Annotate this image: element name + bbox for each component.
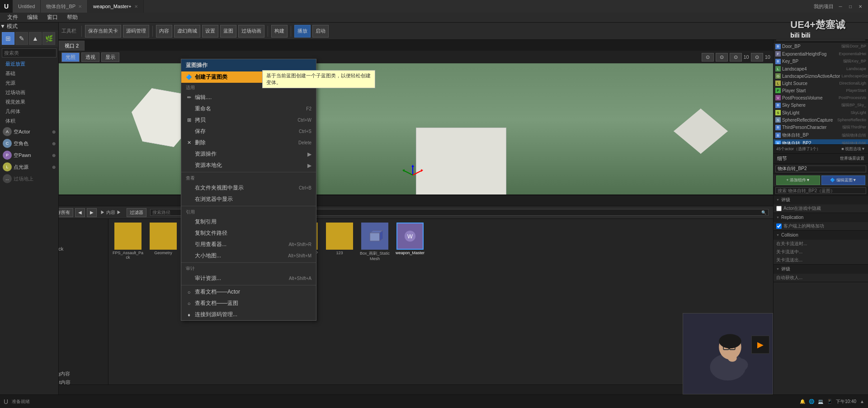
selected-name-input[interactable] — [775, 166, 866, 172]
content-btn[interactable]: 内容 — [156, 25, 172, 38]
ctx-edit[interactable]: ✏ 编辑.... — [181, 92, 316, 103]
tab-weapon-master[interactable]: weapon_Master+ ✕ — [88, 0, 144, 13]
ctx-show-in-folder[interactable]: 在文件夹视图中显示 Ctrl+B — [181, 182, 316, 194]
world-settings-btn[interactable]: 世界场景设置 — [840, 156, 864, 161]
ctx-view-doc-bp[interactable]: ○ 查看文档——蓝图 — [181, 298, 316, 309]
tab-close-1[interactable]: ✕ — [78, 4, 82, 9]
rating-section-header[interactable]: 评级 — [774, 195, 868, 204]
outliner-sphere-reflect[interactable]: S SphereReflectionCapture SphereReflecti… — [774, 116, 868, 123]
outliner-wutizizhuan-bp2[interactable]: B 物体自转_BP2 编辑物体自转 — [774, 139, 868, 144]
nav-back-btn[interactable]: ◀ — [75, 208, 85, 217]
actor-pawn[interactable]: P 空Pawn ⊕ — [0, 149, 58, 161]
menu-file[interactable]: 文件 — [4, 13, 22, 22]
minimize-button[interactable]: ─ — [837, 3, 844, 9]
mode-foliage[interactable]: 🌿 — [42, 32, 55, 45]
ctx-size-map[interactable]: 大小地图... Alt+Shift+M — [181, 250, 316, 261]
ctx-view-doc-actor[interactable]: ○ 查看文档——Actor — [181, 286, 316, 298]
mode-header[interactable]: ▼ 模式 — [0, 23, 58, 30]
category-basic[interactable]: 基础 — [0, 69, 58, 78]
category-cinematic[interactable]: 过场动画 — [0, 88, 58, 97]
ctx-save[interactable]: 保存 Ctrl+S — [181, 126, 316, 137]
marketplace-btn[interactable]: 虚幻商城 — [174, 25, 200, 38]
ctx-copy-ref[interactable]: 复制引用 — [181, 216, 316, 228]
filter-btn[interactable]: 过滤器 — [127, 208, 146, 217]
blueprint-btn[interactable]: 蓝图 — [220, 25, 236, 38]
settings-btn[interactable]: 设置 — [202, 25, 218, 38]
vp-snap[interactable]: ⊙ — [730, 53, 742, 62]
corner-play-icon[interactable]: ▶ — [751, 336, 769, 354]
rating2-section-header[interactable]: 评级 — [774, 265, 868, 274]
tab-close-2[interactable]: ✕ — [134, 4, 138, 9]
play-btn[interactable]: 播放 — [294, 25, 311, 38]
save-current-btn[interactable]: 保存当前关卡 — [85, 25, 121, 38]
outliner-view-opts[interactable]: ■ 视图选项▼ — [841, 146, 865, 152]
category-lights[interactable]: 光源 — [0, 78, 58, 88]
category-visual[interactable]: 视觉效果 — [0, 97, 58, 107]
menu-help[interactable]: 帮助 — [63, 13, 81, 22]
asset-fps[interactable]: FPS_Assault_Pack — [112, 223, 144, 261]
category-volume[interactable]: 体积 — [0, 116, 58, 126]
ctx-rename[interactable]: 重命名 F2 — [181, 103, 316, 114]
outliner-landscape4[interactable]: L Landscape4 Landscape — [774, 65, 868, 72]
outliner-door-bp[interactable]: B Door_BP 编辑Door_BP — [774, 43, 868, 50]
ctx-copy-path[interactable]: 复制文件路径 — [181, 228, 316, 239]
create-child-blueprint-item[interactable]: 🔷 创建子蓝图类 — [181, 71, 316, 83]
outliner-sky-sphere[interactable]: B Sky Sphere 编辑BP_Sky_ — [774, 101, 868, 109]
launch-btn[interactable]: 启动 — [312, 25, 329, 38]
actor-search-input[interactable] — [4, 50, 59, 56]
outliner-fog[interactable]: F ExponentialHeightFog ExponentialHei — [774, 50, 868, 57]
nav-fwd-btn[interactable]: ▶ — [87, 208, 97, 217]
add-component-btn[interactable]: + 添加组件▼ — [776, 176, 820, 185]
vp-settings1[interactable]: ⊙ — [702, 53, 714, 62]
vp-perspective-btn[interactable]: 透视 — [81, 52, 99, 62]
actor-character[interactable]: C 空角色 ⊕ — [0, 138, 58, 149]
asset-box-mesh[interactable]: Box_画刷_Static Mesh — [359, 223, 391, 261]
outliner-thirdperson-char[interactable]: B ThirdPersonCharacter 编辑ThirdPer — [774, 123, 868, 131]
ctx-localize[interactable]: 资源本地化 ▶ — [181, 160, 316, 171]
mode-paint[interactable]: ✎ — [15, 32, 28, 45]
mode-landscape[interactable]: ▲ — [29, 32, 42, 45]
asset-weapon-master[interactable]: W weapon_Master — [394, 223, 426, 261]
menu-window[interactable]: 窗口 — [43, 13, 61, 22]
actor-light[interactable]: L 点光源 ⊕ — [0, 161, 58, 173]
collision-section-header[interactable]: Collision — [774, 231, 868, 240]
ctx-asset-ops[interactable]: 资源操作 ▶ — [181, 148, 316, 160]
build-btn[interactable]: 构建 — [271, 25, 288, 38]
outliner-skylight[interactable]: S SkyLight SkyLight — [774, 109, 868, 116]
edit-bp-btn[interactable]: 🔷 编辑蓝图▼ — [821, 176, 865, 185]
tab-wutizizhuan[interactable]: 物体自转_BP ✕ — [41, 0, 88, 13]
mode-placement[interactable]: ⊞ — [2, 32, 14, 45]
close-button[interactable]: ✕ — [857, 3, 863, 9]
actor-empty[interactable]: A 空Actor ⊕ — [0, 126, 58, 138]
source-mgmt-btn[interactable]: 源码管理 — [123, 25, 149, 38]
replication-section-header[interactable]: Replication — [774, 213, 868, 222]
ctx-delete[interactable]: ✕ 删除 Delete — [181, 137, 316, 148]
menu-edit[interactable]: 编辑 — [24, 13, 42, 22]
outliner-landscape-gizmo[interactable]: G LandscapeGizmoActiveActor LandscapeGiz… — [774, 72, 868, 80]
details-search-input[interactable] — [775, 187, 866, 194]
cinematic-btn[interactable]: 过场动画 — [238, 25, 264, 38]
ctx-audit[interactable]: 审计资源... Alt+Shift+A — [181, 273, 316, 284]
outliner-key-bp[interactable]: B Key_BP 编辑Key_BP — [774, 57, 868, 65]
category-recent[interactable]: 最近放置 — [0, 59, 58, 69]
maximize-button[interactable]: □ — [847, 3, 854, 9]
ctx-show-browser[interactable]: 在浏览器中显示 — [181, 194, 316, 205]
vp-show-btn[interactable]: 显示 — [101, 52, 119, 62]
outliner-wutizizhuan-bp[interactable]: B 物体自转_BP 编辑物体自转 — [774, 131, 868, 139]
vp-lighting-btn[interactable]: 光照 — [61, 52, 80, 62]
viewport-tab-2[interactable]: 视口 2 — [59, 41, 85, 51]
actor-hidden-checkbox[interactable] — [776, 206, 782, 211]
outliner-light-source[interactable]: L Light Source DirectionalLigh — [774, 80, 868, 87]
vp-settings2[interactable]: ⊙ — [716, 53, 728, 62]
outliner-player-start[interactable]: P Player Start PlayerStart — [774, 87, 868, 94]
outliner-ppv[interactable]: V PostProcessVolume PostProcessVo — [774, 94, 868, 101]
category-geometry[interactable]: 几何体 — [0, 107, 58, 116]
asset-geometry[interactable]: Geometry — [147, 223, 179, 261]
vp-fov-btn[interactable]: ⊙ — [751, 53, 763, 62]
ctx-source-control[interactable]: ♦ 连接到源码管理... — [181, 309, 316, 320]
tab-untitled[interactable]: Untitled — [13, 0, 41, 13]
actor-more[interactable]: ... 过场地上 — [0, 173, 58, 185]
asset-123[interactable]: 123 — [324, 223, 355, 261]
ctx-ref-viewer[interactable]: 引用查看器... Alt+Shift+R — [181, 239, 316, 250]
replication-checkbox[interactable] — [776, 223, 782, 229]
